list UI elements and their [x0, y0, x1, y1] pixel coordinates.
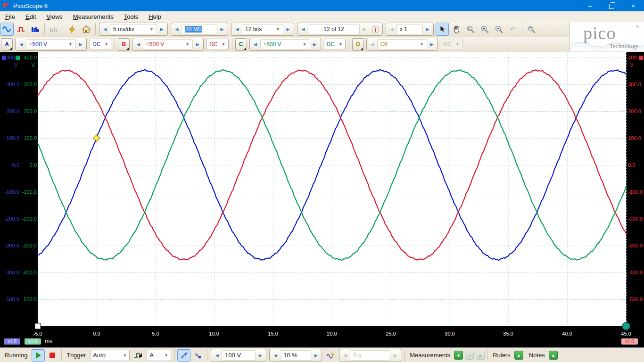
samples-decrease-arrow[interactable]: ◀	[172, 24, 182, 34]
waveform-plot[interactable]	[38, 52, 626, 326]
rising-edge-button[interactable]	[177, 349, 190, 362]
channel-a-range-decrease-arrow[interactable]: ◀	[17, 39, 26, 49]
channel-a-options-button[interactable]: A	[1, 38, 13, 51]
y-axis-unit-a: V	[0, 62, 19, 68]
channel-c-range-decrease-arrow[interactable]: ◀	[251, 39, 260, 49]
trigger-level-decrease-arrow[interactable]: ◀	[212, 350, 222, 361]
minimize-button[interactable]: –	[579, 0, 601, 11]
y-axis-label-b: -500.0	[628, 296, 644, 303]
normal-selection-tool-button[interactable]	[436, 23, 449, 36]
samples-control: ◀ 20 MS ▶	[171, 23, 228, 36]
zoom-out-tool-button[interactable]	[492, 23, 505, 36]
samples-input[interactable]: 20 MS	[182, 24, 217, 34]
trigger-delay-field-disabled: 0 s	[350, 350, 390, 361]
timebase-decrease-arrow[interactable]: ◀	[100, 24, 110, 34]
spectrum-view-button[interactable]	[29, 23, 42, 36]
zoom-factor-field[interactable]: x 1	[396, 24, 423, 34]
zoom-in-tool-button[interactable]	[478, 23, 491, 36]
channel-a-coupling-dropdown[interactable]: DC ▼	[90, 39, 111, 50]
channel-c-axis-handle[interactable]	[15, 55, 20, 60]
zoom-increase-arrow[interactable]: ▶	[423, 24, 432, 34]
measurements-panel-button-disabled: ▴	[476, 351, 485, 360]
buffer-end-marker	[622, 322, 630, 330]
channel-a-axis-handle[interactable]	[1, 55, 7, 60]
separator	[63, 23, 63, 35]
channel-b-scale-badge[interactable]: x1.0	[621, 338, 638, 345]
advanced-trigger-button[interactable]	[132, 349, 145, 362]
trigger-level-field[interactable]: 100 V	[222, 350, 256, 361]
menu-measurements[interactable]: Measurements	[68, 12, 119, 21]
channel-b-range-decrease-arrow[interactable]: ◀	[133, 39, 143, 49]
timebase-dropdown[interactable]: 5 ms/div ▼	[110, 24, 157, 34]
channel-b-options-button[interactable]: B	[118, 38, 130, 51]
start-capture-button[interactable]	[32, 349, 45, 362]
pretrigger-decrease-arrow[interactable]: ◀	[271, 350, 280, 361]
samples-increase-arrow[interactable]: ▶	[217, 24, 227, 34]
pretrigger-increase-arrow[interactable]: ▶	[311, 350, 321, 361]
channel-d-range-increase-arrow[interactable]: ▶	[427, 39, 437, 49]
notes-panel-button[interactable]: ▴	[549, 351, 558, 360]
channel-d-range-value: Off	[380, 41, 388, 48]
resolution-decrease-arrow[interactable]: ◀	[232, 24, 242, 34]
close-button[interactable]: ×	[622, 0, 644, 11]
falling-edge-button[interactable]	[191, 349, 205, 362]
separator	[95, 23, 96, 35]
trigger-level-increase-arrow[interactable]: ▶	[256, 350, 265, 361]
marquee-zoom-tool-button[interactable]	[464, 23, 477, 36]
trigger-label: Trigger	[66, 352, 86, 359]
resolution-increase-arrow[interactable]: ▶	[283, 24, 293, 34]
y-axis-unit-c: V	[21, 62, 37, 68]
zoom-full-button[interactable]: 100	[525, 23, 538, 36]
menu-help[interactable]: Help	[143, 12, 166, 21]
menu-tools[interactable]: Tools	[119, 12, 143, 21]
persistence-view-button[interactable]	[15, 23, 28, 36]
channel-c-range-dropdown[interactable]: ±500 V ▼	[260, 39, 310, 49]
channel-b-range-dropdown[interactable]: ±500 V ▼	[143, 39, 193, 49]
channel-b-range-increase-arrow[interactable]: ▶	[193, 39, 202, 49]
rulers-panel-button[interactable]: ▴	[514, 351, 523, 360]
auto-setup-button[interactable]	[66, 23, 79, 36]
channel-d-options-button[interactable]: D	[352, 38, 364, 51]
zoom-decrease-arrow[interactable]: ◀	[387, 24, 396, 34]
home-button[interactable]	[80, 23, 93, 36]
y-axis-label-c: -100.0	[21, 189, 37, 195]
channel-a-scale-badge[interactable]: x1.0	[4, 338, 20, 345]
buffer-overview-button[interactable]	[370, 24, 381, 35]
channel-d-range-decrease-arrow[interactable]: ◀	[368, 39, 377, 49]
y-axis-label-a: -100.0	[0, 189, 19, 195]
resolution-dropdown[interactable]: 12 bits ▼	[242, 24, 283, 34]
menu-edit[interactable]: Edit	[20, 12, 41, 21]
trigger-mode-dropdown[interactable]: Auto ▼	[90, 350, 130, 361]
channel-c-scale-badge[interactable]: x1.0	[25, 338, 41, 345]
add-measurement-button[interactable]: +	[454, 351, 463, 360]
stop-capture-button[interactable]	[46, 349, 59, 362]
separator	[174, 349, 175, 362]
buffer-position-field[interactable]: 12 of 12	[308, 24, 360, 34]
channel-a-range-increase-arrow[interactable]: ▶	[76, 39, 85, 49]
menu-views[interactable]: Views	[41, 12, 67, 21]
buffer-next-arrow[interactable]: ▶	[360, 24, 369, 34]
channel-c-options-button[interactable]: C	[235, 38, 247, 51]
y-axis-label-a: 100.0	[0, 135, 19, 141]
trigger-delay-toggle-button[interactable]	[324, 349, 337, 362]
trigger-source-value: A	[149, 352, 154, 359]
channel-b-coupling-dropdown[interactable]: DC ▼	[206, 39, 228, 50]
channel-a-range-dropdown[interactable]: ±500 V ▼	[26, 39, 76, 49]
hand-pan-tool-button[interactable]	[450, 23, 463, 36]
app-icon	[3, 2, 10, 9]
channel-d-range-dropdown[interactable]: Off ▼	[377, 39, 427, 49]
restore-button[interactable]	[601, 0, 622, 11]
scope-view-button[interactable]	[0, 23, 14, 36]
menu-file[interactable]: File	[0, 12, 20, 21]
scope-display-area[interactable]: 400.0300.0200.0100.00.0-100.0-200.0-300.…	[0, 52, 644, 347]
channel-b-axis-handle[interactable]	[638, 55, 644, 60]
trigger-delay-icon	[326, 352, 335, 359]
trigger-source-dropdown[interactable]: A ▼	[147, 350, 171, 361]
timebase-increase-arrow[interactable]: ▶	[157, 24, 166, 34]
x-axis-label: 15.0	[259, 331, 287, 337]
zoom-factor-value: x 1	[400, 26, 407, 33]
channel-c-range-increase-arrow[interactable]: ▶	[310, 39, 320, 49]
pretrigger-field[interactable]: 10 %	[280, 350, 311, 361]
channel-c-coupling-dropdown[interactable]: DC ▼	[324, 39, 346, 50]
buffer-previous-arrow[interactable]: ◀	[298, 24, 308, 34]
